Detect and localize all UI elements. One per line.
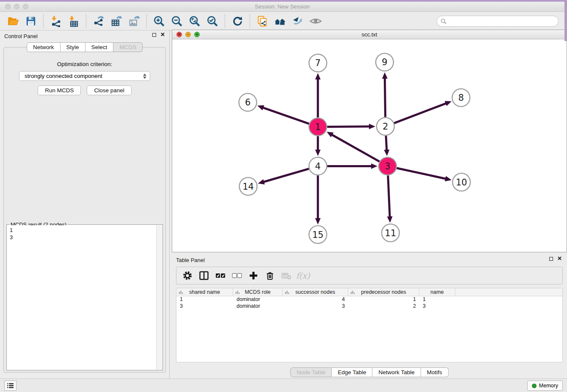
cell-successor-nodes[interactable]: 4 (283, 296, 348, 303)
cell-shared-name[interactable]: 1 (176, 296, 233, 303)
graph-edge-arrow (315, 73, 321, 80)
open-session-icon[interactable] (7, 15, 19, 28)
desktop: Session: New Session (0, 0, 567, 392)
deselect-all-icon[interactable] (231, 270, 243, 282)
tab-select[interactable]: Select (85, 42, 114, 52)
window-title: Session: New Session (0, 3, 564, 10)
network-window-titlebar[interactable]: ✕ − + scc.txt (172, 30, 567, 39)
table-panel-title: Table Panel (176, 257, 205, 263)
tab-mcds[interactable]: MCDS (113, 42, 143, 52)
tab-motifs[interactable]: Motifs (421, 367, 449, 377)
network-canvas[interactable]: 1234678910111415 (172, 39, 567, 252)
zoom-in-icon[interactable] (153, 15, 165, 28)
control-panel-title: Control Panel (4, 33, 38, 39)
toolbar-divider (86, 14, 86, 28)
save-session-icon[interactable] (25, 15, 37, 28)
column-layout-icon[interactable] (198, 270, 210, 282)
toolbar-divider (225, 14, 225, 28)
graph-edge-arrow (445, 176, 451, 182)
column-header-successor-nodes[interactable]: successor nodes (283, 288, 348, 296)
tab-node-table[interactable]: Node Table (290, 367, 332, 377)
memory-label: Memory (539, 383, 558, 389)
add-column-icon[interactable] (248, 270, 259, 282)
graph-edge-3-11[interactable] (388, 175, 390, 217)
graph-edge-arrow (257, 105, 264, 110)
graph-edge-arrow (371, 163, 377, 169)
column-header-predecessor-nodes[interactable]: predecessor nodes (348, 288, 419, 296)
mcds-result-list[interactable]: 1 3 (7, 225, 156, 370)
tab-network-table[interactable]: Network Table (373, 367, 421, 377)
close-table-panel-icon[interactable]: ✕ (557, 257, 562, 261)
search-input[interactable] (449, 18, 555, 25)
refresh-view-icon[interactable] (231, 15, 244, 28)
select-spinner-icon (143, 74, 146, 79)
import-network-icon[interactable] (50, 15, 62, 28)
zoom-selected-icon[interactable] (206, 15, 219, 28)
cell-mcds-role[interactable]: dominator (233, 303, 283, 310)
tab-network[interactable]: Network (27, 42, 61, 52)
graph-edge-arrow (382, 72, 388, 79)
graph-edge-3-1[interactable] (331, 135, 379, 162)
export-network-icon[interactable] (92, 15, 105, 28)
graph-edge-1-2[interactable] (327, 127, 370, 127)
cell-mcds-role[interactable]: dominator (233, 296, 283, 303)
mcds-tab-panel: Optimization criterion: strongly connect… (3, 47, 166, 373)
cell-predecessor-nodes[interactable]: 2 (348, 303, 419, 310)
settings-icon[interactable] (182, 270, 193, 282)
graph-node-label: 4 (315, 161, 321, 171)
table-header-row: shared name MCDS role successor nodes pr… (176, 288, 562, 296)
main-toolbar (0, 12, 564, 30)
table-row[interactable]: 1 dominator 4 1 1 (176, 296, 562, 303)
run-mcds-button[interactable]: Run MCDS (38, 86, 81, 95)
graph-edge-arrow (387, 216, 393, 223)
cell-name[interactable]: 1 (419, 296, 455, 303)
close-panel-button[interactable]: Close panel (87, 86, 131, 95)
show-all-icon[interactable] (309, 15, 322, 28)
graph-node-label: 6 (245, 97, 250, 108)
export-image-icon[interactable] (128, 15, 140, 28)
export-table-icon[interactable] (110, 15, 123, 28)
optimization-criterion-select[interactable]: strongly connected component (19, 71, 150, 81)
graph-node-label: 7 (315, 58, 321, 68)
memory-button[interactable]: Memory (527, 381, 563, 391)
duplicate-network-icon[interactable] (256, 15, 269, 28)
graph-node-label: 9 (382, 57, 387, 67)
column-header-name[interactable]: name (419, 288, 455, 296)
table-row[interactable]: 3 dominator 3 2 3 (176, 303, 562, 310)
column-header-mcds-role[interactable]: MCDS role (233, 288, 283, 296)
hide-selected-icon[interactable] (292, 15, 304, 28)
network-graph[interactable]: 1234678910111415 (172, 39, 567, 252)
search-icon (440, 18, 447, 25)
tab-style[interactable]: Style (61, 42, 85, 52)
first-neighbors-icon[interactable] (274, 15, 286, 28)
cell-name[interactable]: 3 (419, 303, 455, 310)
column-header-shared-name[interactable]: shared name (176, 288, 233, 296)
graph-edge-3-10[interactable] (396, 168, 446, 179)
tab-edge-table[interactable]: Edge Table (332, 367, 372, 377)
float-panel-icon[interactable] (152, 33, 156, 37)
search-box[interactable] (437, 16, 559, 27)
close-panel-icon[interactable]: ✕ (160, 33, 165, 37)
zoom-out-icon[interactable] (171, 15, 183, 28)
delete-column-icon[interactable] (264, 270, 276, 282)
table-toolbar: f(x) (176, 267, 563, 284)
result-scrollbar[interactable] (156, 225, 162, 370)
select-all-icon[interactable] (215, 270, 226, 282)
import-table-icon[interactable] (67, 15, 80, 28)
task-history-button[interactable] (4, 381, 17, 391)
graph-edge-4-14[interactable] (263, 169, 309, 182)
cell-predecessor-nodes[interactable]: 1 (348, 296, 419, 303)
float-table-panel-icon[interactable] (549, 257, 553, 261)
delete-table-icon (281, 270, 292, 282)
zoom-fit-icon[interactable] (188, 15, 201, 28)
toolbar-divider (43, 14, 44, 28)
graph-edge-arrow (315, 218, 321, 224)
graph-edge-2-8[interactable] (394, 103, 446, 123)
cell-shared-name[interactable]: 3 (176, 303, 233, 310)
cell-successor-nodes[interactable]: 3 (283, 303, 348, 310)
node-table: shared name MCDS role successor nodes pr… (176, 288, 563, 362)
graph-edge-1-6[interactable] (262, 108, 309, 124)
graph-node-label: 2 (383, 121, 388, 132)
graph-edge-2-9[interactable] (385, 78, 385, 117)
graph-edge-2-3[interactable] (386, 136, 387, 151)
